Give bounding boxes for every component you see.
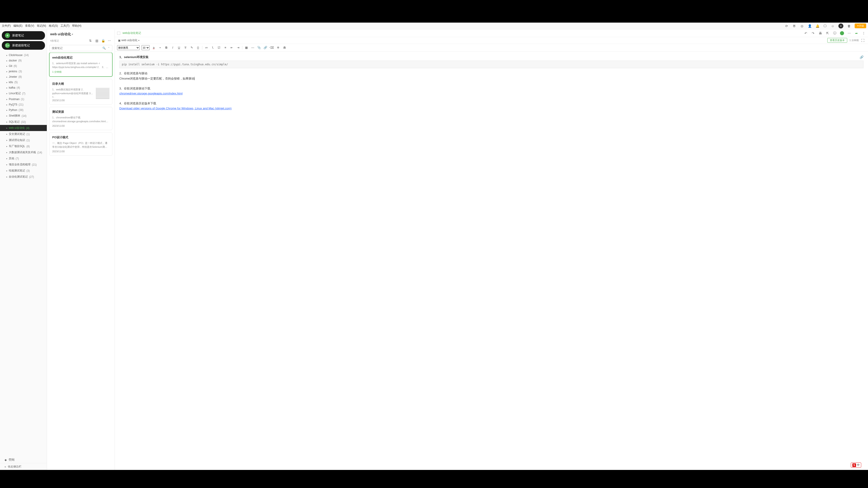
avatar[interactable]: ● — [838, 24, 843, 29]
note-card[interactable]: 目录大纲1、web测试项目环境部署 2、python+selenium自动化环境… — [49, 79, 112, 105]
target-icon[interactable]: ◎ — [800, 24, 804, 28]
sidebar-item-Python[interactable]: ▸Python (38) — [0, 107, 47, 113]
editor-tab[interactable]: web自动化笔记 — [123, 31, 141, 35]
chevron-up-icon[interactable]: ⌃ — [107, 46, 110, 50]
code-block[interactable]: pip install selenium -i https://pypi.tun… — [119, 61, 864, 68]
anchor-link-icon[interactable]: 🔗 — [860, 55, 864, 60]
menu-dots-icon[interactable]: ⋮ — [862, 31, 866, 35]
redo-icon[interactable]: ↷ — [811, 31, 815, 35]
collapse-sidebar[interactable]: « 收起侧边栏 — [0, 463, 47, 470]
note-card[interactable]: web自动化笔记1、selenium环境安装 pip install selen… — [49, 53, 112, 76]
layout-icon[interactable]: ▥ — [95, 39, 99, 43]
sidebar-item-label: 自动化测试笔记 — [9, 175, 28, 179]
align-icon[interactable]: ≡ — [223, 45, 228, 50]
info-icon[interactable]: ⓘ — [833, 31, 837, 35]
editor-content[interactable]: 🔗 1、selenium环境安装 pip install selenium -i… — [115, 52, 868, 470]
highlight-icon[interactable]: ✎ — [189, 45, 194, 50]
menu-format[interactable]: 格式(S) — [49, 24, 58, 28]
indent-icon[interactable]: ⇥ — [236, 45, 240, 50]
share-avatar-icon[interactable] — [840, 31, 844, 35]
search-icon[interactable]: 🔍 — [102, 46, 106, 50]
bold-icon[interactable]: B — [164, 45, 168, 50]
sidebar-item-性能测试笔记[interactable]: ▸性能测试笔记 (3) — [0, 168, 47, 174]
strike-icon[interactable]: ∓ — [183, 45, 188, 50]
sidebar-item-自动化测试笔记[interactable]: ▸自动化测试笔记 (27) — [0, 174, 47, 180]
font-color-dropdown-icon[interactable]: ▾ — [158, 45, 162, 50]
sidebar-item-Shell脚本[interactable]: ▸Shell脚本 (14) — [0, 113, 47, 119]
note-card[interactable]: PO设计模式一、概念 Page Object（PO）是一种设计模式，通常在UI自… — [49, 132, 112, 156]
note-card[interactable]: 测试资源1、chromedriver驱动下载 chromedriver.stor… — [49, 107, 112, 130]
number-list-icon[interactable]: ⒈ — [211, 45, 215, 50]
sidebar-item-Linux笔记[interactable]: ▸Linux笔记 (7) — [0, 90, 47, 96]
search-input[interactable] — [52, 46, 101, 50]
smile-icon[interactable]: ☺ — [831, 24, 835, 28]
chevron-down-icon[interactable]: ▾ — [72, 33, 73, 35]
chrome-history-link[interactable]: Download older versions of Google Chrome… — [119, 107, 231, 110]
sidebar-item-Git[interactable]: ▸Git (6) — [0, 63, 47, 69]
print2-icon[interactable]: 🖶 — [282, 45, 287, 50]
more-dots-icon[interactable]: ⋯ — [847, 31, 851, 35]
lock-icon[interactable]: 🔒 — [101, 39, 105, 43]
menu-view[interactable]: 查看(V) — [25, 24, 34, 28]
checklist-icon[interactable]: ☑ — [217, 45, 221, 50]
search-box[interactable]: 🔍 ⌃ — [49, 45, 112, 51]
font-select[interactable]: 微软雅黑 — [117, 45, 140, 50]
sidebar-item-其他[interactable]: ▸其他 (7) — [0, 156, 47, 162]
share-icon[interactable]: ➦ — [855, 31, 859, 35]
print-icon[interactable]: 🖶 — [818, 31, 822, 35]
sidebar-item-大数据测试相关技术栈[interactable]: ▸大数据测试相关技术栈 (14) — [0, 149, 47, 156]
underline-icon[interactable]: U — [177, 45, 181, 50]
chromedriver-link[interactable]: chromedriver.storage.googleapis.com/inde… — [119, 92, 183, 95]
new-note-button[interactable]: + 新建笔记 — [2, 31, 45, 40]
outdent-icon[interactable]: ⇤ — [229, 45, 234, 50]
code-icon[interactable]: () — [196, 45, 200, 50]
menu-help[interactable]: 帮助(H) — [72, 24, 81, 28]
sidebar-item-k8s[interactable]: ▸k8s (5) — [0, 79, 47, 85]
breadcrumb[interactable]: ▣ web ui自动化 ▾ — [118, 38, 140, 42]
undo-icon[interactable]: ↶ — [804, 31, 808, 35]
sidebar-item-测试理论知识[interactable]: ▸测试理论知识 (1) — [0, 137, 47, 143]
font-color-icon[interactable]: a — [151, 45, 156, 50]
menu-note[interactable]: 笔记(N) — [37, 24, 46, 28]
contacts-icon[interactable]: 👤 — [808, 24, 812, 28]
upgrade-button[interactable]: ✦升级 — [855, 24, 866, 28]
sidebar-item-ClickHouse[interactable]: ▸ClickHouse (14) — [0, 53, 47, 58]
font-size-select[interactable]: 10 — [142, 45, 150, 50]
new-super-note-button[interactable]: S+ 新建超级笔记 — [2, 41, 45, 50]
monitor-icon[interactable]: 🖵 — [823, 24, 827, 28]
bell-icon[interactable]: 🔔 — [815, 24, 819, 28]
space-item[interactable]: ◈ 空间 — [0, 456, 47, 463]
folder-icon: ▸ — [6, 115, 7, 117]
menu-file[interactable]: 文件(F) — [2, 24, 11, 28]
bullet-list-icon[interactable]: ≔ — [204, 45, 209, 50]
history-button[interactable]: 查看历史版本 — [827, 38, 847, 43]
sidebar-item-jenkins[interactable]: ▸jenkins (3) — [0, 69, 47, 74]
sidebar-item-安全测试笔记[interactable]: ▸安全测试笔记 (1) — [0, 131, 47, 137]
sidebar-item-车厂项目SQL[interactable]: ▸车厂项目SQL (8) — [0, 143, 47, 149]
export-icon[interactable]: ⇱ — [826, 31, 830, 35]
table-icon[interactable]: ▦ — [244, 45, 249, 50]
clear-format-icon[interactable]: ⌫ — [270, 45, 274, 50]
hr-icon[interactable]: — — [250, 45, 255, 50]
special-icon[interactable]: ※ — [276, 45, 280, 50]
sort-icon[interactable]: ⇅ — [88, 39, 92, 43]
trash-icon[interactable]: 🗑 — [847, 24, 851, 28]
sidebar-item-PyQT5[interactable]: ▸PyQT5 (21) — [0, 102, 47, 107]
sidebar-item-Jmeter[interactable]: ▸Jmeter (8) — [0, 74, 47, 79]
sidebar-item-web ui自动化[interactable]: ▸web ui自动化 (4) — [0, 125, 47, 131]
shield-icon[interactable]: ⛨ — [792, 24, 796, 28]
sidebar-item-项目业务流程梳理[interactable]: ▸项目业务流程梳理 (21) — [0, 162, 47, 168]
more-icon[interactable]: ⋯ — [107, 39, 112, 43]
sidebar-item-kafka[interactable]: ▸kafka (4) — [0, 85, 47, 90]
menu-edit[interactable]: 编辑(E) — [13, 24, 22, 28]
ime-badge[interactable]: S 中 — [851, 462, 861, 468]
sidebar-item-SQL笔记[interactable]: ▸SQL笔记 (32) — [0, 119, 47, 125]
refresh-icon[interactable]: ⟳ — [784, 24, 789, 28]
sidebar-item-Postman[interactable]: ▸Postman (1) — [0, 96, 47, 102]
attach-icon[interactable]: 📎 — [257, 45, 261, 50]
expand-icon[interactable]: ⛶ — [861, 38, 865, 42]
sidebar-item-docker[interactable]: ▸docker (9) — [0, 58, 47, 63]
link-icon[interactable]: 🔗 — [263, 45, 268, 50]
menu-tools[interactable]: 工具(T) — [61, 24, 69, 28]
italic-icon[interactable]: I — [170, 45, 175, 50]
